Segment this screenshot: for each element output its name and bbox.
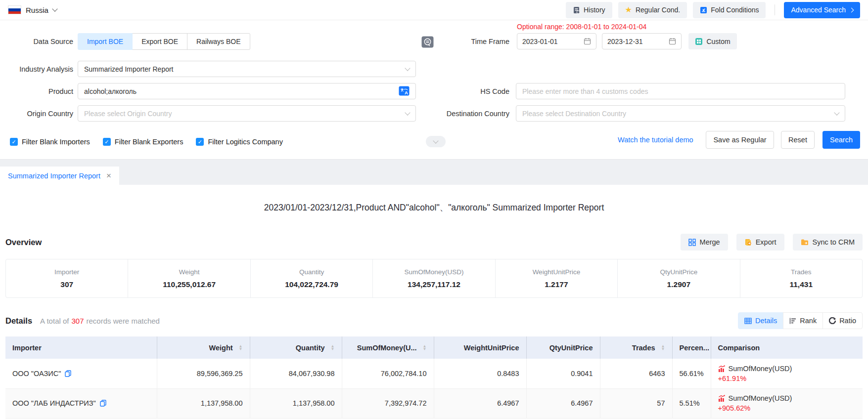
view-details-label: Details [755,317,777,325]
col-trades[interactable]: Trades▲▼ [600,336,672,359]
search-panel: Optional range: 2008-01-01 to 2024-01-04… [0,20,868,160]
start-date-value: 2023-01-01 [522,38,558,45]
end-date-input[interactable]: 2023-12-31 [602,33,682,49]
destination-country-placeholder: Please select Destination Country [522,110,626,118]
cell-percent: 56.61% [672,359,711,388]
match-mode-icon[interactable] [421,36,434,48]
stat-weight: Weight 110,255,012.67 [128,259,250,297]
origin-country-label: Origin Country [0,105,73,122]
export-button[interactable]: Export [736,234,784,251]
hs-code-input[interactable] [516,83,845,99]
stat-quantity: Quantity 104,022,724.79 [250,259,372,297]
cell-quantity: 84,067,930.98 [250,359,342,388]
table-row: ООО "ЛАБ ИНДАСТРИЗ" 1,137,958.00 1,137,9… [5,388,863,418]
advanced-search-button[interactable]: Advanced Search [784,2,860,18]
history-label: History [584,6,605,14]
stat-qty-unit-price: QtyUnitPrice 1.2907 [617,259,739,297]
star-icon: ★ [625,6,632,14]
reset-button[interactable]: Reset [781,131,815,149]
close-icon[interactable]: × [106,171,111,180]
view-switcher: Details Rank Ratio [738,312,863,329]
merge-label: Merge [700,238,720,246]
importer-name[interactable]: ООО "ОАЗИС" [12,370,61,377]
country-name: Russia [26,6,48,14]
sort-icons[interactable]: ▲▼ [423,345,427,351]
cell-weight-unit-price: 6.4967 [434,388,526,418]
checkbox-filter-blank-importers[interactable]: ✓ Filter Blank Importers [10,138,90,146]
custom-range-button[interactable]: Custom [688,33,737,49]
comparison-metric: SumOfMoney(USD) [729,394,792,402]
chevron-down-icon [52,6,57,11]
col-weight-unit-price: WeightUnitPrice [434,336,526,359]
copy-icon[interactable] [65,370,71,377]
match-suffix: records were matched [87,317,160,325]
ratio-icon [829,317,836,324]
col-sum-of-money[interactable]: SumOfMoney(U...▲▼ [342,336,434,359]
merge-button[interactable]: Merge [681,234,728,251]
history-button[interactable]: History [566,2,612,18]
view-details-button[interactable]: Details [738,312,783,329]
product-input[interactable] [78,83,416,99]
sort-icons[interactable]: ▲▼ [239,345,243,351]
tutorial-demo-link[interactable]: Watch the tutorial demo [618,131,693,149]
fold-conditions-button[interactable]: Fold Conditions [693,2,766,18]
col-quantity[interactable]: Quantity▲▼ [250,336,342,359]
table-icon [744,318,752,324]
overview-actions: Merge Export Sync to CRM [681,234,863,251]
checkbox-label: Filter Blank Exporters [115,138,183,146]
cell-weight: 89,596,369.25 [157,359,250,388]
stat-weight-unit-price: WeightUnitPrice 1.2177 [495,259,617,297]
col-percent: Percen... [672,336,711,359]
search-button[interactable]: Search [822,131,860,149]
view-ratio-label: Ratio [839,317,856,325]
collapse-conditions-button[interactable] [426,136,446,147]
export-icon [744,239,752,246]
regular-cond-button[interactable]: ★ Regular Cond. [618,2,687,18]
view-ratio-button[interactable]: Ratio [822,312,863,329]
industry-analysis-select[interactable]: Summarized Importer Report [78,61,416,77]
tab-export-boe[interactable]: Export BOE [132,33,187,50]
stat-label: Weight [179,268,200,276]
view-rank-button[interactable]: Rank [783,312,823,329]
country-selector[interactable]: Russia [8,5,57,14]
result-tab-strip: Summarized Importer Report × [0,160,868,185]
export-label: Export [756,238,777,246]
col-comparison: Comparison [711,336,863,359]
table-row: ООО "ОАЗИС" 89,596,369.25 84,067,930.98 … [5,359,863,388]
sort-icons[interactable]: ▲▼ [331,345,335,351]
checkbox-filter-logitics-company[interactable]: ✓ Filter Logitics Company [196,138,283,146]
match-count: 307 [69,317,86,325]
importer-name[interactable]: ООО "ЛАБ ИНДАСТРИЗ" [12,399,96,407]
cell-importer: ООО "ОАЗИС" [5,359,157,388]
checkbox-checked-icon: ✓ [103,138,111,146]
stat-value: 134,257,117.12 [408,280,460,289]
overview-stats-card: Importer 307 Weight 110,255,012.67 Quant… [5,259,863,298]
cell-comparison: SumOfMoney(USD) +61.91% [711,359,863,388]
copy-icon[interactable] [100,400,106,407]
stat-importer: Importer 307 [6,259,128,297]
tab-railways-boe[interactable]: Railways BOE [187,33,250,50]
time-frame-label: Time Frame [376,33,509,50]
checkbox-label: Filter Blank Importers [22,138,90,146]
checkbox-filter-blank-exporters[interactable]: ✓ Filter Blank Exporters [103,138,183,146]
sort-icons[interactable]: ▲▼ [661,345,665,351]
start-date-input[interactable]: 2023-01-01 [517,33,596,49]
tab-import-boe[interactable]: Import BOE [78,33,133,50]
cell-importer: ООО "ЛАБ ИНДАСТРИЗ" [5,388,157,418]
cell-sum-of-money: 7,392,974.72 [342,388,434,418]
tab-summarized-importer-report[interactable]: Summarized Importer Report × [0,167,119,185]
report-content: 2023/01/01-2023/12/31,Product AND"alcoho… [0,202,868,419]
save-as-regular-button[interactable]: Save as Regular [706,131,774,149]
rank-icon [789,318,796,324]
checkbox-label: Filter Logitics Company [208,138,283,146]
chevron-down-icon [405,65,410,71]
col-weight[interactable]: Weight▲▼ [157,336,250,359]
chevron-right-icon [849,7,854,12]
stat-value: 110,255,012.67 [163,280,216,289]
comparison-change: +61.91% [718,375,856,382]
destination-country-select[interactable]: Please select Destination Country [516,105,845,122]
chart-up-icon [718,365,726,372]
sync-to-crm-button[interactable]: Sync to CRM [793,234,863,251]
origin-country-select[interactable]: Please select Origin Country [78,105,416,122]
fold-conditions-label: Fold Conditions [711,6,759,14]
